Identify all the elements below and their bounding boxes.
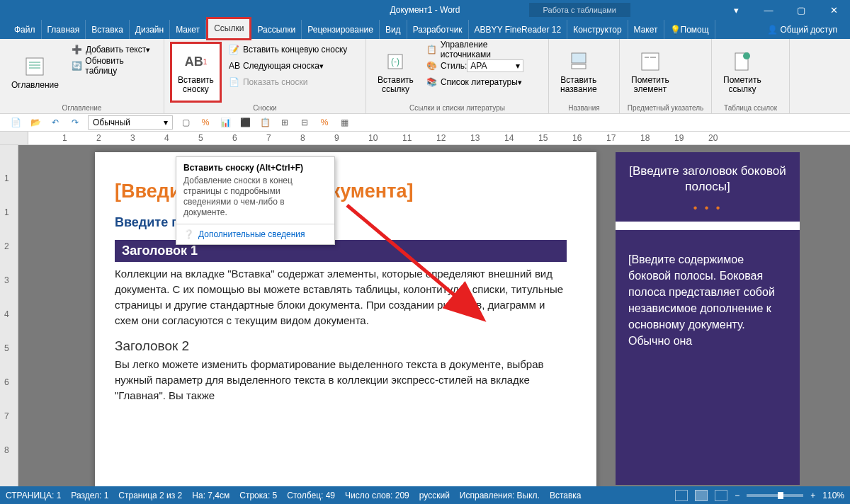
qat-btn4[interactable]: %: [198, 115, 212, 130]
update-toc-label: Обновить таблицу: [85, 56, 155, 76]
next-footnote-label: Следующая сноска: [243, 61, 319, 71]
zoom-in-button[interactable]: +: [810, 491, 815, 500]
status-line[interactable]: Строка: 5: [239, 491, 277, 500]
menu-constructor[interactable]: Конструктор: [567, 20, 628, 39]
menu-mailings[interactable]: Рассылки: [251, 20, 302, 39]
svg-rect-0: [26, 58, 43, 75]
qat-btn5[interactable]: 📊: [218, 115, 232, 130]
zoom-level[interactable]: 110%: [822, 491, 844, 500]
show-notes-button[interactable]: 📄Показать сноски: [226, 74, 350, 90]
qat-btn10[interactable]: %: [317, 115, 332, 130]
menu-design[interactable]: Дизайн: [130, 20, 170, 39]
status-words[interactable]: Число слов: 209: [345, 491, 409, 500]
paragraph-2[interactable]: Вы легко можете изменить форматирование …: [115, 357, 567, 403]
qat-btn8[interactable]: ⊞: [278, 115, 292, 130]
status-lang[interactable]: русский: [419, 491, 450, 500]
menu-review[interactable]: Рецензирование: [302, 20, 380, 39]
status-pos[interactable]: На: 7,4см: [192, 491, 230, 500]
add-text-label: Добавить текст: [86, 45, 146, 55]
next-footnote-icon: AB: [229, 60, 240, 71]
style-icon: 🎨: [426, 60, 438, 71]
next-footnote-button[interactable]: ABСледующая сноска ▾: [226, 58, 350, 74]
menu-layout2[interactable]: Макет: [628, 20, 664, 39]
ribbon-options-icon[interactable]: ▾: [720, 0, 752, 20]
menu-developer[interactable]: Разработчик: [407, 20, 469, 39]
redo-button[interactable]: ↷: [68, 115, 82, 130]
status-mode[interactable]: Вставка: [550, 491, 582, 500]
add-text-icon: ➕: [72, 44, 83, 55]
menu-bar: Файл Главная Вставка Дизайн Макет Ссылки…: [0, 20, 850, 39]
title-bar: Документ1 - Word Работа с таблицами ▾ — …: [0, 0, 850, 20]
paragraph-1[interactable]: Коллекции на вкладке "Вставка" содержат …: [115, 266, 567, 328]
status-page[interactable]: СТРАНИЦА: 1: [6, 491, 61, 500]
menu-help[interactable]: 💡 Помощ: [664, 20, 715, 39]
citation-style-select[interactable]: 🎨Стиль: APA▾: [424, 58, 543, 74]
menu-layout[interactable]: Макет: [170, 20, 206, 39]
chevron-down-icon: ▾: [164, 118, 168, 127]
zoom-slider[interactable]: [747, 494, 803, 497]
menu-home[interactable]: Главная: [42, 20, 86, 39]
footnotes-group-label: Сноски: [170, 103, 360, 112]
menu-view[interactable]: Вид: [380, 20, 407, 39]
index-group-label: Предметный указатель: [625, 103, 706, 112]
insert-caption-button[interactable]: Вставить название: [555, 42, 603, 103]
qat-btn11[interactable]: ▦: [337, 115, 351, 130]
endnote-icon: 📝: [229, 44, 240, 55]
view-read-button[interactable]: [675, 490, 688, 501]
qat-btn7[interactable]: 📋: [258, 115, 272, 130]
tooltip-more-link[interactable]: ❔Дополнительные сведения: [176, 224, 334, 244]
status-track[interactable]: Исправления: Выкл.: [460, 491, 540, 500]
status-col[interactable]: Столбец: 49: [287, 491, 335, 500]
qat-btn6[interactable]: ⬛: [238, 115, 252, 130]
toc-group-label: Оглавление: [6, 103, 158, 112]
view-web-button[interactable]: [715, 490, 727, 501]
share-button[interactable]: 👤 Общий доступ: [760, 22, 844, 38]
insert-endnote-button[interactable]: 📝Вставить концевую сноску: [226, 42, 350, 57]
menu-file[interactable]: Файл: [8, 20, 42, 39]
zoom-out-button[interactable]: −: [735, 491, 740, 500]
style-current: Обычный: [93, 118, 130, 127]
update-toc-button[interactable]: 🔄Обновить таблицу: [69, 58, 158, 74]
qat-btn1[interactable]: 📄: [8, 115, 23, 130]
heading-2[interactable]: Заголовок 2: [115, 338, 567, 354]
toc-icon: [23, 55, 46, 78]
insert-footnote-button[interactable]: AB1 Вставить сноску: [170, 42, 222, 103]
minimize-icon[interactable]: —: [752, 0, 785, 20]
quick-access-toolbar: 📄 📂 ↶ ↷ Обычный▾ ▢ % 📊 ⬛ 📋 ⊞ ⊟ % ▦: [0, 114, 850, 132]
qat-btn9[interactable]: ⊟: [298, 115, 312, 130]
mark-citation-button[interactable]: Пометить ссылку: [718, 42, 767, 103]
footnote-icon: AB1: [184, 50, 207, 73]
svg-point-12: [743, 52, 750, 59]
menu-references[interactable]: Ссылки: [206, 17, 251, 40]
toc-button[interactable]: Оглавление: [6, 42, 64, 103]
style-dropdown[interactable]: Обычный▾: [88, 115, 173, 130]
view-print-button[interactable]: [695, 490, 708, 501]
document-workspace: 112345678 [Введите заголовок документа] …: [0, 145, 850, 486]
status-pages[interactable]: Страница 2 из 2: [118, 491, 182, 500]
sidebar-column[interactable]: [Введите заголовок боковой полосы] • • •…: [616, 152, 800, 485]
manage-sources-button[interactable]: 📋Управление источниками: [424, 42, 543, 57]
qat-btn3[interactable]: ▢: [178, 115, 193, 130]
mark-entry-label: Пометить элемент: [631, 76, 669, 94]
share-label: Общий доступ: [780, 25, 837, 35]
mark-entry-button[interactable]: Пометить элемент: [625, 42, 675, 103]
menu-insert[interactable]: Вставка: [86, 20, 130, 39]
document-page[interactable]: [Введите заголовок документа] Введите по…: [95, 152, 596, 486]
insert-citation-button[interactable]: (-) Вставить ссылку: [372, 42, 419, 103]
status-section[interactable]: Раздел: 1: [71, 491, 108, 500]
horizontal-ruler[interactable]: 1234567891011121314151617181920: [0, 132, 850, 145]
undo-button[interactable]: ↶: [48, 115, 62, 130]
qat-btn2[interactable]: 📂: [28, 115, 42, 130]
menu-abbyy[interactable]: ABBYY FineReader 12: [469, 20, 568, 39]
toa-group-label: Таблица ссылок: [718, 103, 783, 112]
insert-footnote-label: Вставить сноску: [178, 76, 214, 94]
maximize-icon[interactable]: ▢: [785, 0, 817, 20]
page-area[interactable]: [Введите заголовок документа] Введите по…: [18, 145, 850, 486]
vertical-ruler[interactable]: 112345678: [0, 145, 18, 486]
sidebar-body[interactable]: [Введите содержимое боковой полосы. Боко…: [628, 251, 787, 349]
ribbon: Оглавление ➕Добавить текст ▾ 🔄Обновить т…: [0, 39, 850, 114]
bibliography-button[interactable]: 📚Список литературы ▾: [424, 74, 543, 90]
add-text-button[interactable]: ➕Добавить текст ▾: [69, 42, 158, 57]
close-icon[interactable]: ✕: [817, 0, 850, 20]
sidebar-title[interactable]: [Введите заголовок боковой полосы]: [628, 164, 787, 195]
